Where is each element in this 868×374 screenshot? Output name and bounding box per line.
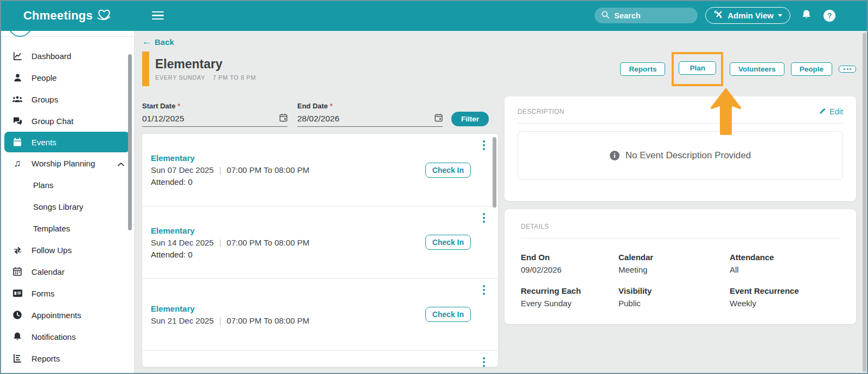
calendar-picker-icon[interactable]	[435, 113, 443, 124]
sidebar-item-people[interactable]: People	[0, 67, 134, 88]
sidebar-item-forms[interactable]: Forms	[0, 282, 134, 304]
admin-view-label: Admin View	[727, 11, 774, 20]
sidebar-item-events[interactable]: Events	[4, 132, 130, 152]
start-date-input[interactable]	[142, 114, 279, 124]
event-title-link[interactable]: Elementary	[151, 226, 195, 235]
sidebar-item-label: Dashboard	[31, 51, 71, 61]
sidebar-item-calendar[interactable]: Calendar	[0, 261, 134, 282]
sidebar-item-songs-library[interactable]: Songs Library	[0, 196, 134, 217]
sidebar-item-templates[interactable]: Templates	[0, 217, 134, 239]
sidebar-item-worship-planning[interactable]: ♫ Worship Planning	[0, 152, 134, 174]
accent-bar	[142, 51, 149, 86]
music-note-icon: ♫	[12, 158, 23, 168]
groups-icon	[12, 95, 23, 104]
back-label: Back	[155, 37, 174, 47]
app-logo[interactable]: Chmeetings	[0, 8, 136, 24]
bell-icon	[12, 332, 23, 341]
calendar-picker-icon[interactable]	[279, 113, 288, 124]
sidebar-item-reports[interactable]: Reports	[0, 347, 134, 369]
sidebar-item-dashboard[interactable]: Dashboard	[0, 45, 134, 67]
annotation-highlight-box: Plan	[672, 52, 723, 86]
event-title-link[interactable]: Elementary	[151, 304, 195, 313]
kebab-menu-icon[interactable]	[482, 212, 486, 224]
subtitle-time: 7 PM TO 8 PM	[213, 74, 256, 81]
sidebar-item-label: Templates	[33, 224, 70, 233]
plan-button[interactable]: Plan	[679, 61, 716, 75]
end-date-input[interactable]	[297, 114, 435, 124]
reports-button[interactable]: Reports	[620, 62, 665, 76]
sidebar-item-label: Notifications	[31, 332, 76, 341]
required-asterisk: *	[177, 102, 180, 110]
sidebar-item-follow-ups[interactable]: Follow Ups	[0, 239, 134, 261]
details-heading: DETAILS	[521, 223, 549, 230]
calendar-icon	[12, 137, 23, 147]
more-actions-button[interactable]	[839, 66, 856, 73]
pencil-icon	[819, 107, 826, 116]
sidebar-item-label: Plans	[33, 180, 54, 190]
subtitle-schedule: EVERY SUNDAY	[155, 74, 205, 81]
event-title-link[interactable]: Elementary	[151, 153, 195, 163]
people-button[interactable]: People	[791, 62, 832, 76]
detail-field: End On 09/02/2026	[521, 253, 618, 274]
sidebar-item-label: Groups	[31, 95, 58, 104]
kebab-menu-icon[interactable]	[482, 356, 486, 367]
search-icon	[601, 10, 610, 21]
events-list-scrollbar[interactable]	[493, 137, 496, 208]
sidebar: Dashboard People Groups Group Chat Event…	[0, 31, 135, 374]
page-title: Elementary	[155, 57, 256, 72]
follow-ups-icon	[12, 245, 23, 255]
chat-bubbles-icon	[12, 116, 23, 126]
back-arrow-icon: ←	[142, 36, 151, 47]
annotation-arrow-icon	[710, 88, 742, 135]
description-heading: DESCRIPTION	[518, 108, 564, 115]
check-in-button[interactable]: Check In	[425, 307, 471, 322]
start-date-field: Start Date*	[142, 102, 288, 127]
empty-description-text: No Event Description Provided	[626, 150, 751, 161]
sidebar-scrollbar[interactable]	[128, 54, 132, 230]
dashboard-chart-icon	[12, 51, 23, 61]
check-in-button[interactable]: Check In	[425, 235, 471, 250]
question-mark-icon: ?	[827, 11, 832, 20]
sidebar-item-appointments[interactable]: Appointments	[0, 304, 134, 326]
event-datetime: Sun 14 Dec 2025 | 07:00 PM To 08:00 PM	[151, 238, 309, 247]
chevron-down-icon	[778, 14, 782, 17]
sidebar-item-notifications[interactable]: Notifications	[0, 326, 134, 347]
check-in-button[interactable]: Check In	[425, 163, 471, 178]
kebab-menu-icon[interactable]	[482, 139, 486, 151]
notifications-bell-button[interactable]	[801, 9, 812, 22]
sidebar-item-plans[interactable]: Plans	[0, 174, 134, 196]
detail-field: Calendar Meeting	[618, 253, 730, 274]
filter-button[interactable]: Filter	[451, 112, 489, 126]
help-button[interactable]: ?	[824, 10, 835, 22]
admin-tools-icon	[713, 10, 723, 21]
ellipsis-icon	[844, 68, 845, 70]
page-scrollbar[interactable]	[863, 33, 866, 372]
sidebar-item-groups[interactable]: Groups	[0, 88, 134, 110]
search-input[interactable]	[614, 11, 685, 20]
edit-label: Edit	[829, 107, 843, 116]
admin-view-button[interactable]: Admin View	[705, 7, 790, 24]
description-panel: DESCRIPTION Edit i No Event Description …	[505, 96, 856, 201]
menu-hamburger-icon[interactable]	[152, 9, 164, 22]
end-date-field: End Date*	[297, 102, 443, 127]
sidebar-item-label: People	[31, 73, 57, 82]
search-bar[interactable]	[595, 8, 698, 23]
main-content: ← Back Elementary EVERY SUNDAY 7 PM TO 8…	[135, 31, 868, 374]
details-grid: End On 09/02/2026 Calendar Meeting Atten…	[521, 253, 840, 308]
sidebar-item-group-chat[interactable]: Group Chat	[0, 110, 134, 132]
event-row: Elementary Sun 14 Dec 2025 | 07:00 PM To…	[142, 206, 498, 278]
kebab-menu-icon[interactable]	[482, 284, 486, 296]
chevron-up-icon[interactable]	[118, 159, 124, 168]
empty-description-box: i No Event Description Provided	[518, 131, 843, 180]
sidebar-item-label: Events	[31, 138, 56, 147]
volunteers-button[interactable]: Volunteers	[730, 62, 784, 76]
clock-icon	[12, 310, 23, 320]
sidebar-item-label: Follow Ups	[31, 246, 72, 255]
sidebar-item-label: Worship Planning	[31, 159, 95, 168]
bell-icon	[801, 9, 812, 22]
separator: |	[219, 238, 221, 247]
details-panel: DETAILS End On 09/02/2026 Calendar Meeti…	[505, 209, 856, 324]
divider	[521, 238, 840, 238]
back-link[interactable]: ← Back	[142, 36, 174, 47]
edit-description-link[interactable]: Edit	[819, 107, 843, 116]
